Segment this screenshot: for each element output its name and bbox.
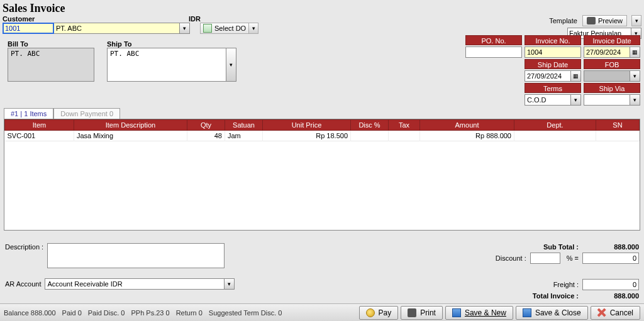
customer-label: Customer (3, 15, 258, 23)
status-balance: Balance 888.000 (4, 309, 56, 317)
description-input[interactable] (47, 243, 225, 268)
ship-date-label: Ship Date (525, 59, 581, 69)
customer-dropdown-button[interactable]: ▾ (180, 23, 190, 34)
freight-label: Freight : (496, 281, 579, 288)
col-unit-price[interactable]: Unit Price (263, 120, 351, 131)
coin-icon (366, 308, 375, 317)
total-invoice-label: Total Invoice : (496, 292, 579, 300)
col-sn[interactable]: SN (596, 120, 640, 131)
invoice-date-calendar-icon[interactable]: ▦ (630, 46, 640, 58)
subtotal-label: Sub Total : (496, 243, 579, 251)
totals-area: Sub Total : 888.000 Discount : % = Freig… (496, 243, 639, 300)
terms-dropdown[interactable]: ▾ (571, 94, 581, 106)
tabs: #1 | 1 Items Down Payment 0 (0, 108, 644, 119)
invoice-no-label: Invoice No. (525, 35, 581, 45)
print-button[interactable]: Print (401, 306, 443, 320)
currency-label: IDR (189, 15, 201, 23)
customer-code-input[interactable] (3, 23, 54, 34)
cancel-icon (597, 308, 606, 317)
fob-input[interactable] (584, 70, 630, 82)
disk-icon (452, 308, 461, 317)
po-no-label: PO. No. (465, 35, 522, 45)
print-label: Print (420, 308, 436, 317)
document-icon (203, 24, 212, 33)
status-bar: Balance 888.000 Paid 0 Paid Disc. 0 PPh … (0, 303, 644, 321)
cell-desc[interactable]: Jasa Mixing (74, 131, 187, 141)
preview-dropdown[interactable]: ▾ (631, 15, 641, 26)
status-paid-disc: Paid Disc. 0 (88, 309, 125, 317)
cell-satuan[interactable]: Jam (225, 131, 263, 141)
status-return: Return 0 (176, 309, 203, 317)
invoice-date-label: Invoice Date (584, 35, 640, 45)
cell-dept[interactable] (514, 131, 596, 141)
col-dept[interactable]: Dept. (514, 120, 596, 131)
col-amount[interactable]: Amount (420, 120, 514, 131)
preview-button[interactable]: Preview (582, 15, 627, 26)
save-close-button[interactable]: Save & Close (516, 306, 588, 320)
terms-label: Terms (525, 83, 581, 93)
description-label: Description : (5, 243, 43, 251)
cell-tax[interactable] (389, 131, 420, 141)
select-do-label: Select DO (214, 24, 246, 32)
printer-icon (408, 308, 416, 317)
discount-amt-input[interactable] (582, 253, 639, 264)
ship-to-label: Ship To (107, 40, 236, 48)
ship-date-input[interactable] (525, 70, 571, 82)
cell-sn[interactable] (596, 131, 640, 141)
pct-sign: % = (567, 254, 579, 262)
pay-label: Pay (379, 308, 392, 317)
po-no-input[interactable] (465, 46, 522, 58)
customer-name-input[interactable] (54, 23, 180, 34)
bill-to-input[interactable]: PT. ABC (8, 48, 94, 82)
items-grid[interactable]: Item Item Description Qty Satuan Unit Pr… (4, 119, 640, 231)
ar-account-select[interactable] (45, 278, 225, 290)
col-item[interactable]: Item (5, 120, 74, 131)
invoice-no-input[interactable] (525, 46, 581, 58)
printer-icon (587, 17, 596, 24)
freight-input[interactable] (582, 279, 639, 290)
col-qty[interactable]: Qty (187, 120, 225, 131)
col-disc[interactable]: Disc % (351, 120, 389, 131)
tab-down-payment[interactable]: Down Payment 0 (53, 108, 120, 119)
cancel-label: Cancel (610, 308, 633, 317)
invoice-date-input[interactable] (584, 46, 630, 58)
page-title: Sales Invoice (0, 0, 644, 15)
ship-via-dropdown[interactable]: ▾ (630, 94, 640, 106)
save-new-label: Save & New (465, 308, 506, 317)
pay-button[interactable]: Pay (359, 306, 399, 320)
bill-to-label: Bill To (8, 40, 94, 48)
discount-label: Discount : (496, 254, 526, 262)
col-description[interactable]: Item Description (74, 120, 187, 131)
disk-icon (523, 308, 531, 317)
cell-qty[interactable]: 48 (187, 131, 225, 141)
terms-input[interactable] (525, 94, 571, 106)
ar-account-dropdown[interactable]: ▾ (225, 278, 235, 290)
tab-items[interactable]: #1 | 1 Items (4, 108, 53, 119)
fob-dropdown[interactable]: ▾ (630, 70, 640, 82)
grid-header-row: Item Item Description Qty Satuan Unit Pr… (5, 120, 640, 131)
ship-date-calendar-icon[interactable]: ▦ (571, 70, 581, 82)
status-suggested: Suggested Term Disc. 0 (209, 309, 282, 317)
status-pph: PPh Ps.23 0 (131, 309, 169, 317)
ship-via-label: Ship Via (584, 83, 640, 93)
discount-pct-input[interactable] (530, 253, 560, 264)
ship-via-input[interactable] (584, 94, 630, 106)
cell-disc[interactable] (351, 131, 389, 141)
cell-unitprice[interactable]: Rp 18.500 (263, 131, 351, 141)
col-tax[interactable]: Tax (389, 120, 420, 131)
ship-to-dropdown[interactable]: ▾ (226, 48, 236, 82)
ar-account-label: AR Account (5, 280, 41, 288)
cell-item[interactable]: SVC-001 (5, 131, 74, 141)
ship-to-input[interactable]: PT. ABC (107, 48, 226, 82)
header-fields: PO. No. Invoice No. Invoice Date ▦ Ship … (465, 35, 640, 106)
col-satuan[interactable]: Satuan (225, 120, 263, 131)
preview-label: Preview (598, 17, 623, 24)
select-do-dropdown[interactable]: ▾ (248, 23, 258, 34)
cancel-button[interactable]: Cancel (591, 306, 640, 320)
select-do-button[interactable]: Select DO (200, 23, 249, 34)
cell-amount[interactable]: Rp 888.000 (420, 131, 514, 141)
save-new-button[interactable]: Save & New (445, 306, 513, 320)
template-label: Template (549, 17, 577, 24)
fob-label: FOB (584, 59, 640, 69)
table-row[interactable]: SVC-001 Jasa Mixing 48 Jam Rp 18.500 Rp … (5, 131, 640, 141)
